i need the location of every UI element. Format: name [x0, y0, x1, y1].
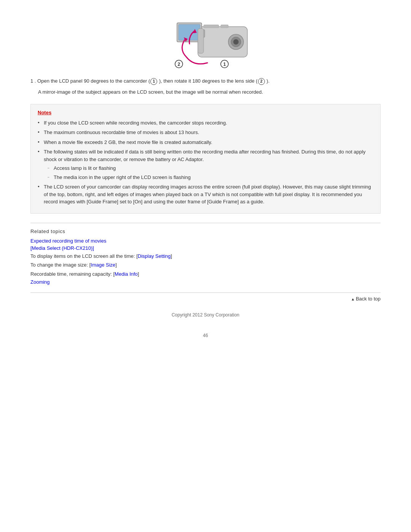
sub-item-2: The media icon in the upper right of the… — [48, 174, 373, 181]
camcorder-diagram: 1 2 — [30, 8, 381, 70]
step-1-text: 1 . Open the LCD panel 90 degrees to the… — [30, 77, 381, 85]
svg-rect-13 — [204, 25, 219, 28]
svg-text:1: 1 — [223, 62, 226, 67]
media-info-line: Recordable time, remaining capacity: [Me… — [30, 270, 381, 278]
note-item-1: If you close the LCD screen while record… — [38, 119, 373, 127]
copyright-text: Copyright 2012 Sony Corporation — [172, 312, 239, 318]
related-topics-title: Related topics — [30, 228, 381, 234]
display-setting-line: To display items on the LCD screen all t… — [30, 252, 381, 260]
related-topics-section: Related topics Expected recording time o… — [30, 223, 381, 285]
link-display-setting[interactable]: Display Setting — [138, 253, 171, 259]
svg-text:2: 2 — [178, 62, 180, 67]
sub-list: Access lamp is lit or flashing The media… — [44, 165, 373, 181]
mirror-image-text: A mirror-image of the subject appears on… — [38, 88, 381, 96]
badge-1: 1 — [150, 78, 157, 85]
svg-point-3 — [233, 39, 239, 45]
image-size-line: To change the image size: [Image Size] — [30, 261, 381, 269]
link-zooming[interactable]: Zooming — [30, 279, 381, 285]
notes-list: If you close the LCD screen while record… — [38, 119, 373, 206]
back-to-top-bar: Back to top — [30, 292, 381, 305]
footer: Copyright 2012 Sony Corporation — [30, 308, 381, 325]
back-to-top-link[interactable]: Back to top — [351, 296, 381, 302]
link-image-size[interactable]: Image Size — [91, 262, 115, 268]
svg-rect-14 — [221, 25, 228, 28]
note-item-4: The following states will be indicated i… — [38, 148, 373, 181]
link-media-select[interactable]: [Media Select (HDR-CX210)] — [30, 245, 381, 251]
link-expected-recording-time[interactable]: Expected recording time of movies — [30, 238, 381, 244]
sub-item-1: Access lamp is lit or flashing — [48, 165, 373, 172]
note-item-2: The maximum continuous recordable time o… — [38, 129, 373, 136]
notes-title: Notes — [38, 110, 373, 115]
note-item-5: The LCD screen of your camcorder can dis… — [38, 183, 373, 206]
svg-rect-15 — [198, 29, 204, 53]
link-media-info[interactable]: Media Info — [115, 271, 138, 277]
badge-2: 2 — [258, 78, 265, 85]
page-number: 46 — [30, 333, 381, 338]
notes-section: Notes If you close the LCD screen while … — [30, 104, 381, 214]
note-item-3: When a movie file exceeds 2 GB, the next… — [38, 139, 373, 146]
